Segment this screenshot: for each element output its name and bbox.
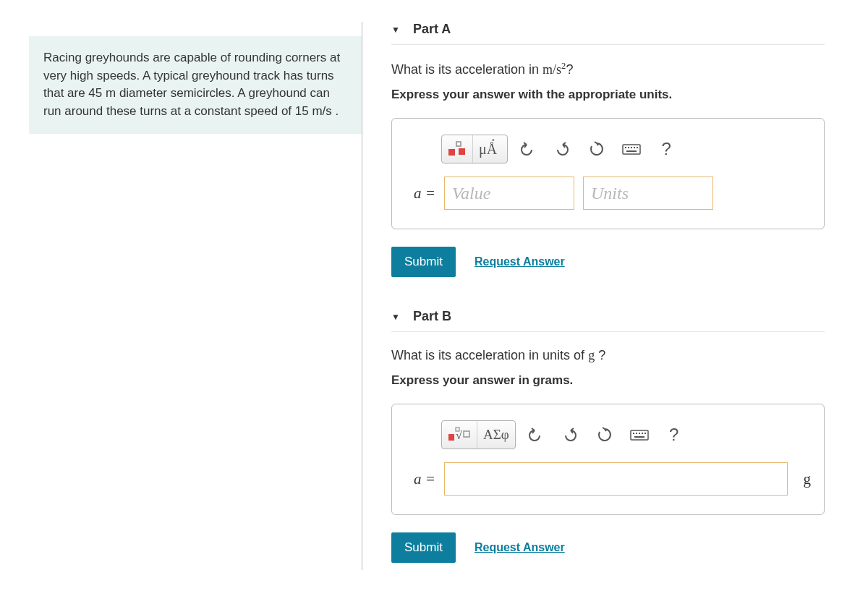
svg-rect-7 [634,147,635,148]
chevron-down-icon: ▼ [391,25,400,35]
part-a-toolbar: μÅ ∘ ? [441,135,811,163]
part-a-answer-box: μÅ ∘ ? a = [391,118,825,229]
svg-rect-16 [636,433,637,434]
redo-button[interactable] [555,428,585,442]
redo-button[interactable] [547,142,577,156]
part-a-question: What is its acceleration in m/s2? [391,61,825,77]
help-button[interactable]: ? [651,139,681,159]
svg-rect-4 [625,147,626,148]
svg-rect-19 [644,433,646,434]
svg-rect-3 [623,145,640,154]
reset-button[interactable] [582,141,612,157]
svg-rect-0 [448,149,455,156]
request-answer-link[interactable]: Request Answer [475,255,565,268]
part-a-var-label: a = [405,184,435,203]
svg-rect-15 [633,433,634,434]
part-b-answer-box: √ ΑΣφ [391,404,825,515]
svg-rect-8 [637,147,638,148]
svg-rect-6 [631,147,632,148]
part-b-header[interactable]: ▼ Part B [391,309,825,332]
reset-button[interactable] [590,427,620,443]
unit-suffix: g [804,470,812,488]
keyboard-button[interactable] [616,143,647,156]
greek-button[interactable]: ΑΣφ [477,421,515,449]
submit-button[interactable]: Submit [391,247,456,277]
help-button[interactable]: ? [659,425,689,445]
svg-rect-2 [459,148,465,155]
part-b-instruction: Express your answer in grams. [391,373,825,388]
answer-input[interactable] [444,462,788,496]
part-a-header[interactable]: ▼ Part A [391,22,825,45]
part-a-instruction: Express your answer with the appropriate… [391,88,825,102]
part-b-question: What is its acceleration in units of g ? [391,348,825,363]
units-input[interactable] [583,177,713,210]
keyboard-button[interactable] [624,428,655,441]
svg-rect-9 [626,150,637,152]
math-templates-button[interactable]: √ [442,421,477,449]
svg-rect-1 [456,142,461,146]
svg-rect-12 [464,431,469,437]
svg-rect-14 [631,430,648,440]
submit-button[interactable]: Submit [391,532,456,563]
svg-rect-5 [628,147,629,148]
units-button[interactable]: μÅ ∘ [472,135,507,163]
chevron-down-icon: ▼ [391,312,400,322]
part-a-title: Part A [413,22,451,37]
undo-button[interactable] [520,428,550,442]
value-input[interactable] [444,177,574,210]
templates-button[interactable] [442,135,472,163]
request-answer-link[interactable]: Request Answer [475,541,565,554]
svg-rect-17 [639,433,640,434]
undo-button[interactable] [512,142,542,156]
svg-rect-18 [642,433,643,434]
svg-rect-10 [448,434,454,441]
problem-statement: Racing greyhounds are capable of roundin… [29,36,362,134]
part-b-title: Part B [413,309,451,324]
svg-rect-20 [634,436,644,438]
part-b-toolbar: √ ΑΣφ [441,420,811,449]
part-b-var-label: a = [405,470,435,488]
